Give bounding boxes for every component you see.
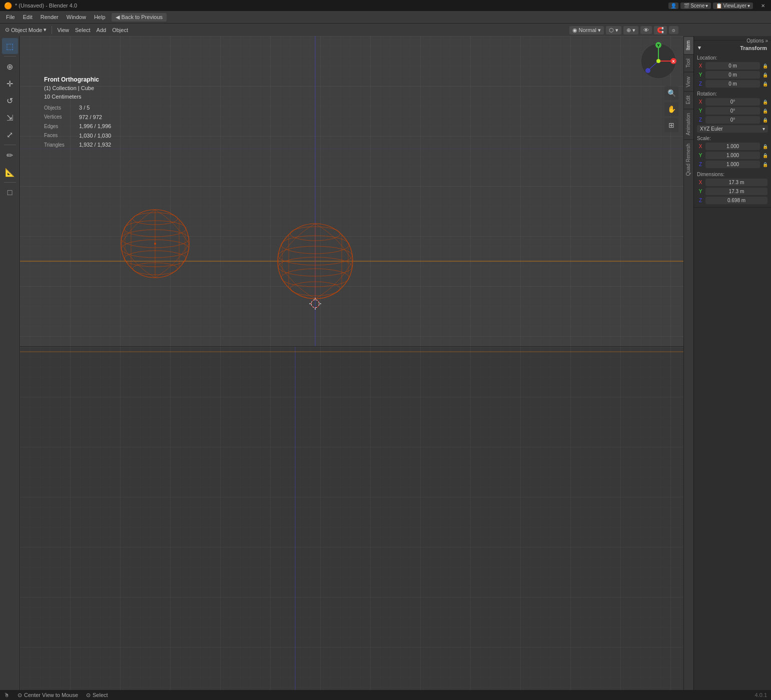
- scale-z-label: Z: [697, 162, 704, 167]
- rotation-y-lock[interactable]: 🔒: [762, 109, 768, 114]
- show-hide-btn[interactable]: 👁: [640, 26, 652, 34]
- snap-btn[interactable]: 🧲: [654, 26, 667, 35]
- view-layer-selector[interactable]: 📋 ViewLayer ▾: [713, 3, 753, 9]
- tab-animation[interactable]: Animation: [684, 109, 693, 139]
- scene-icon: 🎬: [683, 3, 689, 9]
- dimensions-y-value[interactable]: 17.3 m: [705, 188, 767, 195]
- dimensions-x-label: X: [697, 180, 704, 185]
- gizmo-btn[interactable]: ⊕ ▾: [623, 26, 638, 35]
- rotation-y-row: Y 0° 🔒: [697, 107, 768, 115]
- user-icon-btn[interactable]: 👤: [668, 3, 678, 9]
- shading-selector[interactable]: ◉ Normal ▾: [569, 26, 604, 35]
- svg-point-45: [656, 59, 660, 63]
- add-cube-tool[interactable]: □: [2, 185, 18, 201]
- dimensions-y-label: Y: [697, 189, 704, 194]
- status-center-view: ⊙ Center View to Mouse: [18, 692, 78, 698]
- tab-item[interactable]: Item: [684, 36, 693, 54]
- location-x-lock[interactable]: 🔒: [762, 64, 768, 69]
- view-layer-label: ViewLayer: [723, 3, 746, 9]
- scale-y-label: Y: [697, 153, 704, 158]
- scene-selector[interactable]: 🎬 Scene ▾: [680, 3, 711, 9]
- view-name: Front Orthographic: [44, 75, 111, 84]
- rotate-tool[interactable]: ↺: [2, 93, 18, 109]
- location-z-lock[interactable]: 🔒: [762, 82, 768, 87]
- rotation-mode-chevron: ▾: [762, 126, 765, 132]
- scale-x-lock[interactable]: 🔒: [762, 144, 768, 149]
- object-menu[interactable]: Object: [109, 26, 131, 34]
- location-z-label: Z: [697, 81, 704, 87]
- view-layer-chevron: ▾: [747, 3, 750, 9]
- tab-quad-remesh[interactable]: Quad Remesh: [684, 139, 693, 180]
- add-menu[interactable]: Add: [94, 26, 110, 34]
- svg-text:X: X: [672, 59, 675, 64]
- dimensions-x-value[interactable]: 17.3 m: [705, 179, 767, 186]
- title-icon: 🟠: [4, 2, 12, 10]
- options-button[interactable]: Options »: [746, 38, 768, 44]
- svg-rect-1: [20, 36, 683, 346]
- transform-header[interactable]: ▾ Transform: [697, 43, 768, 53]
- rotation-x-lock[interactable]: 🔒: [762, 100, 768, 105]
- scale-x-value[interactable]: 1.000: [705, 143, 760, 150]
- viewport-bottom[interactable]: [20, 346, 683, 690]
- viewport-grid: [20, 36, 683, 346]
- scale-y-value[interactable]: 1.000: [705, 152, 760, 159]
- menu-window[interactable]: Window: [63, 13, 90, 21]
- version-label: 4.0.1: [755, 692, 767, 698]
- tab-view[interactable]: View: [684, 72, 693, 92]
- scale-tool[interactable]: ⇲: [2, 110, 18, 126]
- viewport-3d[interactable]: Front Orthographic (1) Collection | Cube…: [20, 36, 683, 346]
- viewport-controls: 🔍 ✋ ⊞: [664, 86, 678, 132]
- rotation-x-value[interactable]: 0°: [705, 98, 760, 106]
- scale-z-value[interactable]: 1.000: [705, 161, 760, 168]
- location-z-row: Z 0 m 🔒: [697, 80, 768, 88]
- hand-btn[interactable]: ✋: [664, 102, 678, 116]
- select-menu[interactable]: Select: [72, 26, 94, 34]
- location-y-lock[interactable]: 🔒: [762, 73, 768, 78]
- location-x-row: X 0 m 🔒: [697, 62, 768, 70]
- rotation-y-value[interactable]: 0°: [705, 107, 760, 115]
- menu-edit[interactable]: Edit: [19, 13, 37, 21]
- rotation-z-lock[interactable]: 🔒: [762, 118, 768, 123]
- magnify-btn[interactable]: 🔍: [664, 86, 678, 100]
- rotation-mode-dropdown[interactable]: XYZ Euler ▾: [697, 125, 768, 133]
- menu-render[interactable]: Render: [37, 13, 63, 21]
- scale-group: Scale: X 1.000 🔒 Y 1.000 🔒 Z 1.000 🔒: [697, 136, 768, 169]
- overlay-btn[interactable]: ⬡ ▾: [606, 26, 621, 35]
- scale-y-lock[interactable]: 🔒: [762, 153, 768, 158]
- measure-tool[interactable]: 📐: [2, 164, 18, 180]
- menu-file[interactable]: File: [2, 13, 19, 21]
- gizmo-chevron: ▾: [632, 27, 635, 34]
- mode-selector[interactable]: ⊙ Object Mode ▾: [2, 26, 50, 34]
- proportional-btn[interactable]: ⌾: [669, 26, 678, 34]
- app-title: * (Unsaved) - Blender 4.0: [15, 3, 77, 9]
- scale-x-label: X: [697, 144, 704, 149]
- scale-z-row: Z 1.000 🔒: [697, 160, 768, 169]
- location-group: Location: X 0 m 🔒 Y 0 m 🔒 Z 0 m 🔒: [697, 55, 768, 88]
- move-tool[interactable]: ✛: [2, 76, 18, 92]
- location-x-value[interactable]: 0 m: [705, 62, 760, 70]
- location-y-value[interactable]: 0 m: [705, 71, 760, 79]
- location-z-value[interactable]: 0 m: [705, 80, 760, 88]
- dimensions-z-row: Z 0.698 m: [697, 196, 768, 205]
- cursor-tool[interactable]: ⊕: [2, 59, 18, 75]
- view-menu[interactable]: View: [54, 26, 72, 34]
- svg-point-44: [645, 68, 650, 73]
- dimensions-z-value[interactable]: 0.698 m: [705, 197, 767, 204]
- tab-edit[interactable]: Edit: [684, 91, 693, 108]
- tab-tool[interactable]: Tool: [684, 54, 693, 72]
- transform-tool[interactable]: ⤢: [2, 127, 18, 143]
- menu-help[interactable]: Help: [90, 13, 110, 21]
- menu-bar: File Edit Render Window Help ◀ Back to P…: [0, 11, 771, 23]
- rotation-z-value[interactable]: 0°: [705, 116, 760, 124]
- back-to-previous-button[interactable]: ◀ Back to Previous: [112, 13, 167, 22]
- header-right: 👤 🎬 Scene ▾ 📋 ViewLayer ▾: [668, 0, 771, 11]
- stat-vertices: Vertices 972 / 972: [44, 113, 111, 122]
- select-tool[interactable]: ⬚: [2, 38, 18, 54]
- location-x-label: X: [697, 63, 704, 69]
- viewport-gizmo[interactable]: Y X: [638, 41, 678, 81]
- grid-btn[interactable]: ⊞: [664, 118, 678, 132]
- left-tool-separator-2: [4, 145, 16, 145]
- annotate-tool[interactable]: ✏: [2, 147, 18, 163]
- scale-y-row: Y 1.000 🔒: [697, 151, 768, 160]
- scale-z-lock[interactable]: 🔒: [762, 162, 768, 167]
